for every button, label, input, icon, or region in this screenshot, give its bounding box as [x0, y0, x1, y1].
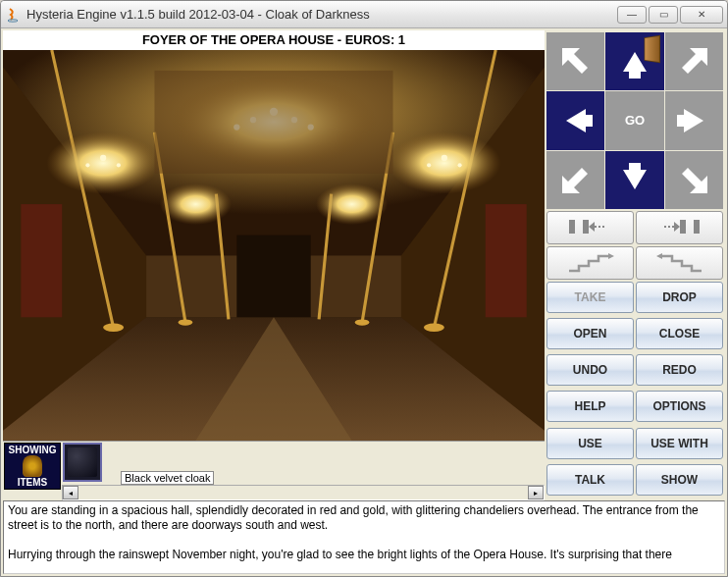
svg-marker-38	[682, 48, 707, 74]
stairs-down-icon	[650, 249, 709, 278]
dir-e-button[interactable]	[665, 91, 723, 149]
inv-scrollbar[interactable]: ◂ ▸	[62, 485, 545, 500]
redo-button[interactable]: REDO	[636, 354, 723, 386]
svg-marker-46	[674, 222, 680, 232]
svg-rect-44	[680, 220, 686, 234]
title-bar[interactable]: Hysteria Engine v1.1.5 build 2012-03-04 …	[1, 1, 727, 28]
svg-point-0	[8, 19, 18, 21]
dir-ne-button[interactable]	[665, 32, 723, 90]
action-buttons: TAKE DROP OPEN CLOSE UNDO REDO HELP OPTI…	[546, 282, 723, 498]
svg-marker-40	[682, 168, 707, 193]
undo-button[interactable]: UNDO	[546, 354, 634, 386]
svg-point-19	[388, 132, 500, 194]
dir-w-button[interactable]	[546, 91, 604, 149]
svg-rect-41	[569, 220, 575, 234]
svg-rect-33	[155, 71, 393, 174]
java-icon	[5, 7, 21, 23]
backpack-icon	[23, 455, 42, 477]
options-button[interactable]: OPTIONS	[636, 391, 723, 422]
close-button-action[interactable]: CLOSE	[636, 318, 723, 349]
drop-button[interactable]: DROP	[636, 282, 723, 313]
svg-marker-48	[656, 253, 662, 259]
show-button[interactable]: SHOW	[636, 464, 723, 496]
scene-image	[3, 50, 545, 441]
inv-item-label: Black velvet cloak	[121, 471, 214, 485]
door-icon	[644, 35, 659, 64]
stairs-up-icon	[561, 249, 620, 278]
svg-point-15	[179, 319, 193, 325]
narrative-p1: You are standing in a spacious hall, spl…	[8, 503, 720, 533]
svg-marker-39	[562, 168, 588, 193]
dir-se-button[interactable]	[665, 151, 723, 209]
compass-grid: GO	[546, 32, 723, 209]
extra-controls	[546, 211, 723, 280]
svg-point-30	[442, 155, 447, 161]
upper-panel: FOYER OF THE OPERA HOUSE - EUROS: 1	[3, 30, 725, 500]
svg-point-18	[47, 132, 160, 194]
inv-toggle-bottom: ITEMS	[18, 477, 48, 488]
svg-point-31	[427, 163, 431, 167]
svg-marker-43	[589, 222, 595, 232]
side-column: GO TAKE DROP OPEN CLOSE	[545, 30, 725, 500]
use-button[interactable]: USE	[546, 428, 634, 459]
stairs-up-button[interactable]	[546, 246, 634, 280]
maximize-button[interactable]: ▭	[649, 6, 678, 24]
window-controls: — ▭ ✕	[615, 6, 723, 24]
inventory-bar: SHOWING ITEMS Black velvet cloak ◂	[3, 441, 545, 500]
svg-point-27	[100, 155, 106, 161]
content-area: FOYER OF THE OPERA HOUSE - EUROS: 1	[1, 28, 727, 576]
svg-point-21	[316, 184, 388, 225]
svg-marker-37	[562, 48, 588, 74]
narrative-p2: Hurrying through the rainswept November …	[8, 548, 720, 562]
svg-rect-45	[694, 220, 700, 234]
cloak-icon	[68, 447, 97, 477]
use-with-button[interactable]: USE WITH	[636, 428, 723, 459]
scroll-right-icon[interactable]: ▸	[528, 486, 544, 499]
svg-point-16	[355, 319, 370, 325]
svg-rect-34	[21, 204, 62, 317]
turn-right-button[interactable]	[636, 211, 723, 244]
narrative-text[interactable]: You are standing in a spacious hall, spl…	[3, 500, 725, 574]
dir-n-button[interactable]	[605, 32, 663, 90]
main-column: FOYER OF THE OPERA HOUSE - EUROS: 1	[3, 30, 545, 500]
svg-point-28	[85, 163, 89, 167]
scroll-left-icon[interactable]: ◂	[63, 486, 78, 499]
talk-button[interactable]: TALK	[546, 464, 634, 496]
turn-left-icon	[561, 214, 620, 242]
location-header: FOYER OF THE OPERA HOUSE - EUROS: 1	[3, 30, 545, 50]
dir-s-button[interactable]	[605, 151, 663, 209]
svg-point-14	[424, 324, 444, 332]
open-button[interactable]: OPEN	[546, 318, 634, 349]
svg-rect-42	[583, 220, 589, 234]
help-button[interactable]: HELP	[546, 391, 634, 422]
minimize-button[interactable]: —	[617, 6, 647, 24]
svg-rect-35	[486, 204, 527, 317]
svg-point-13	[103, 324, 124, 332]
svg-point-20	[160, 184, 232, 225]
turn-right-icon	[650, 214, 709, 242]
take-button[interactable]: TAKE	[546, 282, 634, 313]
inventory-items: Black velvet cloak ◂ ▸	[62, 442, 545, 500]
dir-sw-button[interactable]	[546, 151, 604, 209]
dir-nw-button[interactable]	[546, 32, 604, 90]
turn-left-button[interactable]	[546, 211, 634, 244]
svg-point-32	[457, 163, 461, 167]
inventory-toggle[interactable]: SHOWING ITEMS	[4, 443, 61, 490]
app-window: Hysteria Engine v1.1.5 build 2012-03-04 …	[0, 0, 728, 577]
window-title: Hysteria Engine v1.1.5 build 2012-03-04 …	[26, 7, 615, 22]
go-button[interactable]: GO	[605, 91, 663, 149]
inv-toggle-top: SHOWING	[9, 445, 57, 455]
svg-rect-6	[236, 236, 310, 318]
inv-item-cloak[interactable]	[63, 443, 102, 482]
svg-marker-47	[608, 253, 614, 259]
close-button[interactable]: ✕	[680, 6, 723, 24]
svg-point-29	[117, 163, 121, 167]
stairs-down-button[interactable]	[636, 246, 723, 280]
